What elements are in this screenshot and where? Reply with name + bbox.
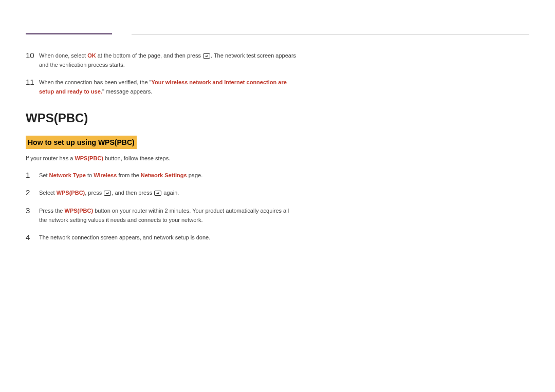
step-4: 4 The network connection screen appears,… <box>26 233 298 242</box>
text: to <box>86 172 94 178</box>
network-type-label: Network Type <box>49 172 86 178</box>
step-1: 1 Set Network Type to Wireless from the … <box>26 171 298 180</box>
network-settings-label: Network Settings <box>141 172 187 178</box>
text: Press the <box>39 208 65 214</box>
step-body: Select WPS(PBC), press , and then press … <box>39 188 179 198</box>
text: from the <box>117 172 140 178</box>
wireless-label: Wireless <box>94 172 117 178</box>
wpspbc-label: WPS(PBC) <box>57 190 85 196</box>
sub-heading: How to set up using WPS(PBC) <box>26 136 137 149</box>
section-heading-wpspbc: WPS(PBC) <box>26 108 529 128</box>
text: again. <box>162 190 179 196</box>
enter-icon <box>203 53 210 59</box>
header-divider <box>26 33 529 34</box>
text: Select <box>39 190 57 196</box>
text: The network connection screen appears, a… <box>39 234 210 240</box>
step-body: The network connection screen appears, a… <box>39 233 210 242</box>
text: " message appears. <box>102 88 152 95</box>
accent-bar <box>26 33 112 34</box>
intro-text: If your router has a WPS(PBC) button, fo… <box>26 154 529 163</box>
step-body: When done, select OK at the bottom of th… <box>39 51 298 69</box>
wpspbc-label: WPS(PBC) <box>65 208 94 214</box>
step-number: 11 <box>26 78 39 96</box>
text: , and then press <box>112 190 154 196</box>
enter-icon <box>154 191 161 196</box>
step-body: Set Network Type to Wireless from the Ne… <box>39 171 202 180</box>
step-number: 4 <box>26 233 39 242</box>
step-number: 1 <box>26 171 39 180</box>
step-number: 3 <box>26 206 39 225</box>
text: , press <box>85 190 103 196</box>
step-11: 11 When the connection has been verified… <box>26 78 298 96</box>
step-number: 10 <box>26 51 39 69</box>
wpspbc-label: WPS(PBC) <box>75 155 103 161</box>
text: If your router has a <box>26 155 75 161</box>
text: at the bottom of the page, and then pres… <box>96 52 202 59</box>
step-10: 10 When done, select OK at the bottom of… <box>26 51 298 69</box>
text: button, follow these steps. <box>103 155 170 161</box>
text: When done, select <box>39 52 87 59</box>
sub-heading-wrapper: How to set up using WPS(PBC) <box>26 136 529 154</box>
thin-rule <box>132 34 529 34</box>
step-number: 2 <box>26 188 39 198</box>
enter-icon <box>104 191 111 196</box>
text: Set <box>39 172 49 178</box>
text: When the connection has been verified, t… <box>39 79 152 85</box>
step-2: 2 Select WPS(PBC), press , and then pres… <box>26 188 298 198</box>
step-body: When the connection has been verified, t… <box>39 78 298 96</box>
ok-label: OK <box>87 52 96 59</box>
step-body: Press the WPS(PBC) button on your router… <box>39 206 298 225</box>
text: page. <box>187 172 203 178</box>
step-3: 3 Press the WPS(PBC) button on your rout… <box>26 206 298 225</box>
